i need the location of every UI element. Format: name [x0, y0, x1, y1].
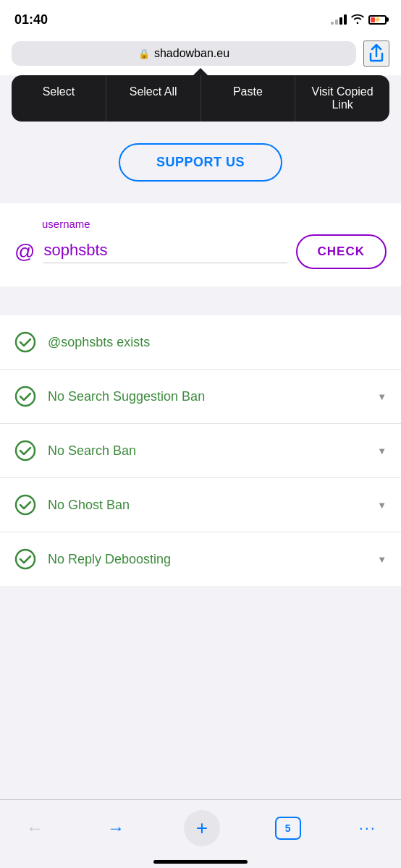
context-menu: Select Select All Paste Visit Copied Lin… — [12, 75, 389, 122]
svg-point-4 — [16, 550, 35, 569]
check-circle-exists — [14, 331, 36, 353]
url-text: shadowban.eu — [154, 47, 229, 60]
home-indicator — [153, 860, 248, 864]
context-menu-select-all[interactable]: Select All — [106, 75, 201, 122]
battery-icon: ⚡ — [368, 15, 387, 25]
status-icons: ⚡ — [331, 14, 387, 26]
check-circle-reply-deboosting — [14, 548, 36, 570]
svg-point-1 — [16, 387, 35, 406]
result-item-ghost-ban[interactable]: No Ghost Ban ▼ — [0, 478, 401, 532]
svg-point-0 — [16, 333, 35, 352]
support-section: SUPPORT US — [0, 122, 401, 203]
username-label: username — [42, 218, 387, 230]
chevron-down-icon-4: ▼ — [377, 554, 387, 565]
signal-icon — [331, 14, 347, 25]
context-menu-paste[interactable]: Paste — [201, 75, 296, 122]
check-circle-ghost-ban — [14, 494, 36, 516]
status-time: 01:40 — [14, 12, 48, 27]
section-gap — [0, 286, 401, 301]
support-us-button[interactable]: SUPPORT US — [119, 143, 282, 182]
lock-icon: 🔒 — [138, 48, 150, 59]
forward-button[interactable]: → — [103, 814, 129, 843]
check-button[interactable]: CHECK — [296, 234, 387, 269]
at-symbol: @ — [14, 240, 35, 263]
result-item-exists: @sophsbts exists — [0, 315, 401, 370]
username-input[interactable] — [43, 241, 287, 260]
result-item-search-ban[interactable]: No Search Ban ▼ — [0, 424, 401, 478]
back-button[interactable]: ← — [22, 814, 48, 843]
result-text-ghost-ban: No Ghost Ban — [48, 498, 366, 513]
chevron-down-icon-2: ▼ — [377, 446, 387, 456]
svg-point-2 — [16, 441, 35, 460]
result-text-reply-deboosting: No Reply Deboosting — [48, 552, 366, 567]
context-menu-wrapper: Select Select All Paste Visit Copied Lin… — [0, 75, 401, 122]
chevron-down-icon-1: ▼ — [377, 391, 387, 402]
section-gap-2 — [0, 301, 401, 315]
context-menu-select[interactable]: Select — [12, 75, 106, 122]
result-text-search-suggestion: No Search Suggestion Ban — [48, 389, 366, 404]
result-text-search-ban: No Search Ban — [48, 443, 366, 459]
status-bar: 01:40 ⚡ — [0, 0, 401, 35]
bottom-nav: ← → + 5 ··· — [0, 799, 401, 868]
username-input-row: @ CHECK — [14, 234, 387, 269]
svg-point-3 — [16, 495, 35, 514]
new-tab-button[interactable]: + — [184, 810, 220, 846]
check-circle-search-ban — [14, 440, 36, 461]
result-text-exists: @sophsbts exists — [48, 335, 387, 350]
username-section: username @ CHECK — [0, 203, 401, 286]
context-menu-arrow — [193, 68, 208, 75]
username-input-wrapper — [43, 241, 287, 263]
chevron-down-icon-3: ▼ — [377, 500, 387, 511]
more-button[interactable]: ··· — [356, 816, 379, 841]
result-item-reply-deboosting[interactable]: No Reply Deboosting ▼ — [0, 532, 401, 586]
result-item-search-suggestion[interactable]: No Search Suggestion Ban ▼ — [0, 370, 401, 424]
bottom-spacer — [0, 586, 401, 673]
share-button[interactable] — [363, 41, 389, 67]
check-circle-search-suggestion — [14, 386, 36, 407]
tabs-button[interactable]: 5 — [275, 817, 301, 840]
page-content: SUPPORT US username @ CHECK @sophsbts ex… — [0, 122, 401, 673]
results-section: @sophsbts exists No Search Suggestion Ba… — [0, 315, 401, 586]
wifi-icon — [351, 14, 364, 26]
url-bar[interactable]: 🔒 shadowban.eu — [12, 41, 356, 66]
context-menu-visit[interactable]: Visit Copied Link — [295, 75, 389, 122]
